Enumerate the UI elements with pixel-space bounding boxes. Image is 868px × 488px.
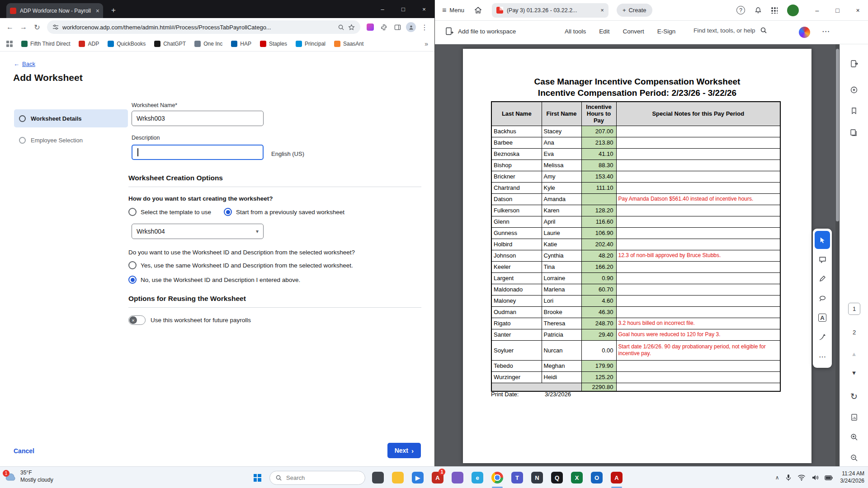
forward-icon[interactable]: → — [17, 21, 30, 33]
bookmark-item[interactable]: ChatGPT — [154, 41, 186, 47]
step-employee-selection[interactable]: Employee Selection — [14, 131, 128, 149]
bookmark-item[interactable]: HAP — [231, 41, 251, 47]
taskbar-app-icon[interactable]: ▶ — [408, 467, 428, 488]
worksheet-name-input[interactable] — [132, 111, 264, 126]
profile-avatar[interactable] — [405, 21, 417, 33]
description-input[interactable] — [132, 145, 264, 160]
taskbar-app-icon[interactable]: T — [507, 467, 527, 488]
bookmarks-panel-icon[interactable] — [846, 103, 862, 118]
export-pdf-icon[interactable] — [846, 56, 862, 71]
page-two-indicator[interactable]: 2 — [848, 329, 860, 336]
clock[interactable]: 11:24 AM 3/24/2026 — [840, 470, 864, 484]
radio-selected-icon[interactable] — [128, 276, 137, 284]
tab-close-icon[interactable]: × — [601, 7, 604, 14]
browser-menu-kebab-icon[interactable]: ⋮ — [418, 21, 431, 33]
menu-button[interactable]: ≡ Menu — [442, 6, 464, 14]
toolbar-menu-item[interactable]: Convert — [623, 28, 644, 35]
browser-tab[interactable]: ADP Workforce Now - Payroll D... × — [6, 3, 103, 18]
taskbar-app-icon[interactable] — [388, 467, 408, 488]
radio-select-template[interactable]: Select the template to use — [128, 208, 211, 216]
more-tools-icon[interactable]: ⋯ — [815, 347, 830, 366]
microphone-icon[interactable] — [785, 474, 792, 481]
taskbar-app-icon[interactable]: A — [607, 467, 627, 488]
taskbar-app-icon[interactable] — [448, 467, 467, 488]
toolbar-more-icon[interactable]: ⋯ — [822, 27, 830, 36]
account-avatar[interactable] — [787, 5, 799, 16]
url-text[interactable]: workforcenow.adp.com/theme/admin.html#/P… — [62, 24, 334, 31]
bookmark-item[interactable]: One Inc — [194, 41, 222, 47]
close-button[interactable]: × — [414, 0, 434, 18]
close-button[interactable]: × — [848, 0, 868, 21]
toolbar-menu-item[interactable]: Edit — [599, 28, 609, 35]
extension-pink-icon[interactable] — [364, 21, 377, 33]
taskbar-app-icon[interactable] — [368, 467, 388, 488]
bookmarks-overflow-icon[interactable]: » — [425, 40, 428, 47]
bookmark-item[interactable]: Fifth Third Direct — [21, 41, 70, 47]
maximize-button[interactable]: □ — [827, 0, 848, 21]
comment-tool-icon[interactable] — [815, 250, 830, 268]
radio-unselected-icon[interactable] — [128, 261, 137, 269]
maximize-button[interactable]: □ — [393, 0, 414, 18]
radio-selected-icon[interactable] — [224, 208, 232, 216]
bookmark-item[interactable]: QuickBooks — [108, 41, 146, 47]
side-panel-icon[interactable] — [391, 21, 404, 33]
zoom-icon[interactable] — [338, 24, 344, 31]
radio-use-same-id[interactable]: Yes, use the same Worksheet ID and Descr… — [128, 261, 353, 269]
add-file-button[interactable]: Add file to workspace — [445, 27, 516, 36]
bookmark-item[interactable]: Principal — [296, 41, 326, 47]
document-tab[interactable]: (Pay 3) 01.23.26 - 03.22.2... × — [492, 3, 609, 18]
rotate-refresh-icon[interactable]: ↻ — [846, 389, 862, 404]
wifi-icon[interactable] — [797, 474, 806, 481]
taskbar-app-icon[interactable]: X — [567, 467, 587, 488]
tray-chevron-icon[interactable]: ∧ — [775, 474, 779, 481]
select-tool-icon[interactable] — [815, 231, 830, 249]
extensions-puzzle-icon[interactable] — [377, 21, 390, 33]
scrollbar-thumb[interactable] — [836, 49, 839, 221]
home-icon[interactable] — [474, 6, 482, 14]
draw-tool-icon[interactable] — [815, 270, 830, 288]
zoom-in-icon[interactable] — [846, 429, 862, 445]
find-tools-search[interactable]: Find text, tools, or help — [693, 27, 767, 34]
taskbar-app-icon[interactable]: A 1 — [428, 467, 448, 488]
minimize-button[interactable]: – — [372, 0, 393, 18]
previous-page-chevron-icon[interactable]: ▴ — [846, 350, 862, 358]
minimize-button[interactable]: – — [807, 0, 827, 21]
sign-tool-icon[interactable] — [815, 328, 830, 346]
taskbar-app-icon[interactable] — [487, 467, 507, 488]
radio-unselected-icon[interactable] — [128, 208, 137, 216]
bookmark-star-icon[interactable] — [348, 24, 355, 31]
radio-saved-worksheet[interactable]: Start from a previously saved worksheet — [224, 208, 344, 216]
bookmark-item[interactable]: ADP — [79, 41, 99, 47]
site-info-icon[interactable] — [52, 24, 59, 30]
volume-icon[interactable] — [811, 474, 819, 481]
bookmark-item[interactable]: Staples — [260, 41, 287, 47]
reload-icon[interactable]: ↻ — [31, 21, 43, 33]
cancel-button[interactable]: Cancel — [14, 447, 34, 455]
start-button[interactable] — [248, 467, 267, 488]
search-input[interactable] — [286, 474, 354, 481]
text-tool-icon[interactable]: A — [815, 309, 830, 327]
ai-assistant-icon[interactable] — [799, 27, 810, 38]
toolbar-menu-item[interactable]: All tools — [565, 28, 586, 35]
erase-tool-icon[interactable] — [815, 289, 830, 307]
create-button[interactable]: + Create — [617, 4, 652, 17]
address-bar[interactable]: workforcenow.adp.com/theme/admin.html#/P… — [47, 20, 360, 34]
toggle-off-switch[interactable]: × — [128, 315, 146, 325]
page-report-icon[interactable] — [846, 409, 862, 425]
apps-grid-icon[interactable] — [6, 41, 13, 47]
bookmark-item[interactable]: SaasAnt — [334, 41, 363, 47]
new-tab-button[interactable]: + — [108, 5, 119, 16]
taskbar-search[interactable] — [269, 471, 365, 485]
radio-use-entered-id[interactable]: No, use the Worksheet ID and Description… — [128, 276, 300, 284]
zoom-out-icon[interactable] — [846, 450, 862, 465]
app-grid-icon[interactable] — [771, 7, 778, 14]
step-worksheet-details[interactable]: Worksheet Details — [14, 109, 128, 127]
page-thumbnails-icon[interactable] — [846, 125, 862, 141]
next-page-chevron-icon[interactable]: ▾ — [846, 369, 862, 377]
document-scrollbar[interactable] — [835, 44, 840, 466]
notifications-bell-icon[interactable] — [755, 7, 762, 14]
taskbar-app-icon[interactable]: e — [467, 467, 487, 488]
battery-icon[interactable] — [825, 475, 833, 480]
current-page-indicator[interactable]: 1 — [848, 303, 860, 315]
weather-widget[interactable]: 1 35°F Mostly cloudy — [5, 469, 53, 483]
